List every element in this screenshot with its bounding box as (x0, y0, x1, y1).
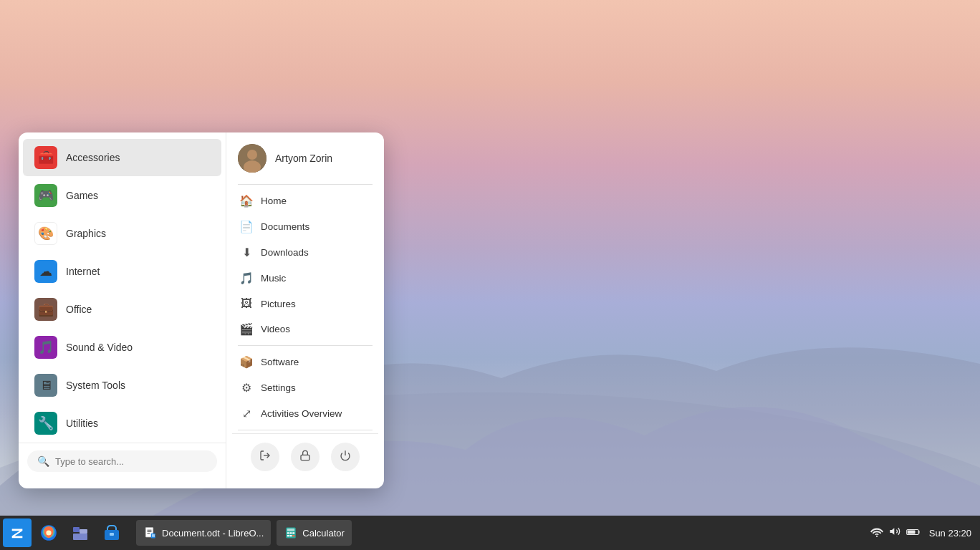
battery-icon (906, 528, 921, 536)
footer-button-power[interactable] (331, 443, 360, 471)
place-item-pictures[interactable]: 🖼Pictures (232, 291, 378, 316)
user-profile: Artyom Zorin (232, 141, 378, 181)
category-label-accessories: Accessories (66, 152, 120, 163)
svg-point-10 (46, 530, 51, 535)
svg-rect-12 (73, 534, 87, 540)
svg-rect-28 (290, 535, 292, 536)
username: Artyom Zorin (275, 153, 332, 164)
taskbar-app-calculator[interactable]: Calculator (277, 520, 352, 546)
category-item-games[interactable]: 🎮Games (23, 177, 221, 214)
category-item-accessories[interactable]: 🧰Accessories (23, 139, 221, 176)
svg-rect-25 (290, 532, 292, 534)
place-label-downloads: Downloads (261, 247, 309, 258)
action-label-settings: Settings (261, 382, 296, 393)
divider-3 (238, 430, 373, 430)
category-label-games: Games (66, 190, 98, 201)
place-icon-documents: 📄 (239, 220, 254, 233)
category-icon-games: 🎮 (34, 184, 57, 207)
divider-2 (238, 345, 373, 346)
files-icon (72, 524, 89, 541)
action-item-software[interactable]: 📦Software (232, 349, 378, 375)
store-icon (103, 524, 120, 541)
libreoffice-icon: W (144, 526, 157, 539)
category-item-sound-video[interactable]: 🎵Sound & Video (23, 329, 221, 366)
category-icon-graphics: 🎨 (34, 222, 57, 245)
app-menu: 🧰Accessories🎮Games🎨Graphics☁Internet💼Off… (19, 132, 384, 488)
place-label-home: Home (261, 196, 287, 206)
taskbar-left (0, 518, 129, 547)
taskbar-app-icon-calculator (284, 526, 298, 540)
category-item-graphics[interactable]: 🎨Graphics (23, 215, 221, 252)
taskbar-apps: W Document.odt - LibreO... Calculator (135, 520, 353, 546)
places-list: 🏠Home📄Documents⬇Downloads🎵Music🖼Pictures… (232, 188, 378, 342)
avatar-image (238, 144, 266, 173)
actions-list: 📦Software⚙Settings⤢Activities Overview (232, 349, 378, 427)
wifi-icon (870, 526, 883, 537)
place-label-music: Music (261, 273, 286, 284)
right-panel: Artyom Zorin 🏠Home📄Documents⬇Downloads🎵M… (226, 132, 384, 488)
place-icon-pictures: 🖼 (239, 297, 254, 310)
category-icon-accessories: 🧰 (34, 146, 57, 169)
category-icon-internet: ☁ (34, 260, 57, 283)
category-item-internet[interactable]: ☁Internet (23, 253, 221, 290)
footer-button-logout[interactable] (251, 443, 279, 471)
taskbar-icon-firefox[interactable] (34, 518, 63, 547)
place-icon-videos: 🎬 (239, 322, 254, 336)
place-item-videos[interactable]: 🎬Videos (232, 317, 378, 342)
svg-rect-24 (287, 532, 289, 534)
footer-button-lock[interactable] (291, 443, 320, 471)
taskbar-icon-zorin-menu[interactable] (3, 518, 32, 547)
category-item-system-tools[interactable]: 🖥System Tools (23, 367, 221, 404)
place-item-documents[interactable]: 📄Documents (232, 214, 378, 239)
category-label-internet: Internet (66, 266, 100, 277)
svg-marker-31 (890, 528, 894, 534)
action-icon-activities: ⤢ (239, 407, 254, 420)
taskbar-app-label-libreoffice: Document.odt - LibreO... (162, 528, 264, 539)
taskbar-icon-store[interactable] (97, 518, 126, 547)
tray-battery-icon[interactable] (906, 526, 921, 539)
taskbar-datetime[interactable]: Sun 23:20 (929, 528, 971, 539)
divider-1 (238, 184, 373, 185)
volume-icon (889, 526, 900, 537)
svg-rect-27 (287, 535, 289, 536)
place-item-downloads[interactable]: ⬇Downloads (232, 240, 378, 265)
category-label-office: Office (66, 304, 92, 315)
tray-volume-icon[interactable] (889, 526, 900, 540)
tray-wifi-icon[interactable] (870, 526, 883, 540)
search-box[interactable]: 🔍 (27, 450, 217, 472)
categories-panel: 🧰Accessories🎮Games🎨Graphics☁Internet💼Off… (19, 132, 226, 488)
place-icon-downloads: ⬇ (239, 246, 254, 259)
category-icon-utilities: 🔧 (34, 412, 57, 435)
svg-rect-26 (293, 532, 295, 534)
action-icon-settings: ⚙ (239, 381, 254, 395)
taskbar-icon-files[interactable] (66, 518, 95, 547)
place-icon-music: 🎵 (239, 271, 254, 285)
taskbar: W Document.odt - LibreO... Calculator Su… (0, 516, 980, 550)
category-label-system-tools: System Tools (66, 380, 125, 391)
action-label-software: Software (261, 357, 299, 367)
taskbar-app-icon-libreoffice: W (143, 526, 158, 540)
place-label-documents: Documents (261, 221, 309, 232)
menu-body: 🧰Accessories🎮Games🎨Graphics☁Internet💼Off… (19, 132, 384, 488)
action-item-activities[interactable]: ⤢Activities Overview (232, 401, 378, 426)
svg-rect-13 (80, 529, 87, 534)
category-label-graphics: Graphics (66, 228, 106, 239)
category-item-office[interactable]: 💼Office (23, 291, 221, 328)
calculator-icon (284, 526, 297, 539)
search-input[interactable] (55, 456, 207, 467)
search-icon: 🔍 (37, 455, 49, 467)
firefox-icon (40, 524, 57, 541)
place-item-home[interactable]: 🏠Home (232, 188, 378, 213)
svg-rect-11 (73, 527, 80, 532)
menu-footer (232, 433, 378, 480)
action-item-settings[interactable]: ⚙Settings (232, 375, 378, 400)
taskbar-right: Sun 23:20 (862, 526, 980, 540)
zorin-logo-icon (9, 525, 25, 541)
category-label-utilities: Utilities (66, 418, 98, 429)
categories-list: 🧰Accessories🎮Games🎨Graphics☁Internet💼Off… (19, 139, 226, 442)
category-item-utilities[interactable]: 🔧Utilities (23, 405, 221, 442)
place-item-music[interactable]: 🎵Music (232, 266, 378, 291)
svg-marker-8 (12, 529, 23, 539)
action-icon-software: 📦 (239, 355, 254, 369)
taskbar-app-libreoffice[interactable]: W Document.odt - LibreO... (136, 520, 271, 546)
